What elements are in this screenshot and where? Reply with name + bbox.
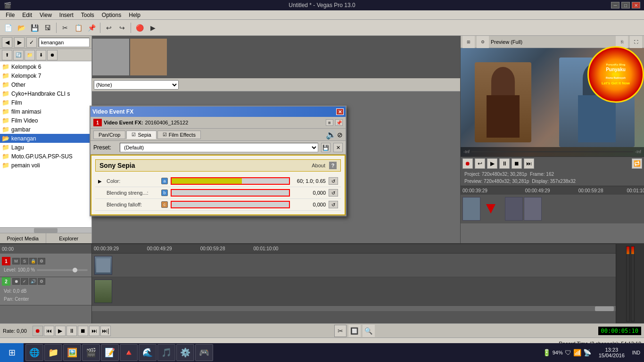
toolbar-preview[interactable]: ▶ xyxy=(147,22,159,34)
color-reset-btn[interactable]: ↺ xyxy=(329,177,338,185)
tree-item-pemain[interactable]: 📁 pemain voli xyxy=(0,161,91,170)
start-button[interactable]: ⊞ xyxy=(0,343,24,362)
preview-small[interactable]: ⊞ xyxy=(462,36,475,48)
select-tool[interactable]: 🔲 xyxy=(348,325,361,337)
close-button[interactable]: ✕ xyxy=(632,2,640,8)
track1-lock[interactable]: 🔒 xyxy=(29,258,37,264)
import[interactable]: ⬇ xyxy=(36,50,46,60)
taskbar-app9[interactable]: ⚙️ xyxy=(176,344,194,361)
zoom-tool[interactable]: 🔍 xyxy=(363,325,375,337)
transport-record[interactable]: ⏺ xyxy=(33,326,43,336)
taskbar-app10[interactable]: 🎮 xyxy=(195,344,213,361)
preview-rewind-btn[interactable]: ↩ xyxy=(475,158,485,169)
toolbar-save[interactable]: 💾 xyxy=(28,22,41,34)
toolbar-redo[interactable]: ↪ xyxy=(116,22,128,34)
menu-file[interactable]: File xyxy=(2,11,18,19)
record[interactable]: ⏺ xyxy=(47,50,58,60)
taskbar-app5[interactable]: 📝 xyxy=(101,344,119,361)
tree-item-lagu[interactable]: 📁 Lagu xyxy=(0,143,91,152)
menu-options[interactable]: Options xyxy=(98,11,125,19)
vfx-close-button[interactable]: ✕ xyxy=(336,108,344,115)
vfx-menu-btn[interactable]: ≡ xyxy=(326,119,333,126)
menu-edit[interactable]: Edit xyxy=(18,11,36,19)
taskbar-app6[interactable]: 🔺 xyxy=(120,344,138,361)
transport-play[interactable]: ▶ xyxy=(55,326,66,336)
vfx-bypass-icon[interactable]: ⊘ xyxy=(337,131,343,139)
tab-pan-crop[interactable]: Pan/Crop xyxy=(93,131,125,139)
preset-save-btn[interactable]: 💾 xyxy=(321,143,330,152)
track1-settings[interactable]: ⚙ xyxy=(38,258,45,264)
tree-item-filmanimasi[interactable]: 📁 film animasi xyxy=(0,107,91,116)
taskbar-ie[interactable]: 🌐 xyxy=(25,344,43,361)
toolbar-undo[interactable]: ↩ xyxy=(103,22,115,34)
toolbar-render[interactable]: 🔴 xyxy=(133,22,146,34)
menu-view[interactable]: View xyxy=(36,11,56,19)
taskbar-app7[interactable]: 🌊 xyxy=(139,344,157,361)
taskbar-photoshop[interactable]: 🖼️ xyxy=(63,344,81,361)
tab-project-media[interactable]: Project Media xyxy=(0,233,46,243)
blend-strength-slider[interactable] xyxy=(171,189,290,197)
video-clip[interactable] xyxy=(94,256,112,275)
menu-help[interactable]: Help xyxy=(125,11,144,19)
preview-record-btn[interactable]: ⏺ xyxy=(462,158,473,169)
blend-falloff-reset-btn[interactable]: ↺ xyxy=(329,201,338,208)
track2-solo[interactable]: ✓ xyxy=(21,278,28,285)
preview-loop-btn[interactable]: 🔁 xyxy=(632,158,642,169)
expand-color[interactable]: ▶ xyxy=(98,179,104,184)
tree-item-other[interactable]: 📁 Other xyxy=(0,80,91,89)
track2-mute[interactable]: ⏺ xyxy=(12,278,20,285)
preview-settings[interactable]: ⚙ xyxy=(477,36,489,48)
tab-sepia[interactable]: ☑ Sepia xyxy=(126,131,156,139)
menu-insert[interactable]: Insert xyxy=(56,11,77,19)
animate-blend-strength-btn[interactable]: b xyxy=(161,189,168,196)
tab-explorer[interactable]: Explorer xyxy=(46,233,92,243)
nav-forward[interactable]: ▶ xyxy=(14,37,25,48)
maximize-button[interactable]: □ xyxy=(621,2,630,8)
tree-item-film[interactable]: 📁 Film xyxy=(0,98,91,107)
tree-item-motogp[interactable]: 📁 Moto.GP.USA.PSP-SUS xyxy=(0,152,91,161)
minimize-button[interactable]: ─ xyxy=(611,2,619,8)
track1-mute[interactable]: M xyxy=(12,258,20,264)
preview-stop-btn[interactable]: ⏹ xyxy=(512,158,522,169)
transport-end[interactable]: ⏭| xyxy=(100,326,111,336)
folder-new[interactable]: 📁 xyxy=(25,50,35,60)
toolbar-new[interactable]: 📄 xyxy=(2,22,14,34)
preset-delete-btn[interactable]: ✕ xyxy=(333,143,343,152)
toolbar-save2[interactable]: 🖫 xyxy=(41,22,54,34)
vfx-audio-icon[interactable]: 🔊 xyxy=(326,130,336,140)
refresh[interactable]: 🔄 xyxy=(13,50,24,60)
help-button[interactable]: ? xyxy=(329,162,337,169)
edit-tool[interactable]: ✂ xyxy=(334,325,347,337)
vfx-pin-btn[interactable]: 📌 xyxy=(335,119,343,126)
animate-color-btn[interactable]: a xyxy=(161,178,168,184)
toolbar-paste[interactable]: 📌 xyxy=(85,22,98,34)
tree-item-gambar[interactable]: 📁 gambar xyxy=(0,125,91,134)
audio-clip[interactable] xyxy=(94,280,112,303)
nav-back[interactable]: ◀ xyxy=(2,37,12,48)
preview-fullscreen[interactable]: ⛶ xyxy=(630,36,642,48)
blend-falloff-slider[interactable] xyxy=(171,201,290,208)
tree-item-kelompok6[interactable]: 📁 Kelompok 6 xyxy=(0,62,91,71)
transport-pause[interactable]: ⏸ xyxy=(66,326,77,336)
animate-blend-falloff-btn[interactable]: c xyxy=(161,201,168,208)
track1-solo[interactable]: S xyxy=(21,258,28,264)
tree-item-kelompok7[interactable]: 📁 Kelompok 7 xyxy=(0,71,91,80)
taskbar-vegas[interactable]: 🎬 xyxy=(82,344,100,361)
tree-item-cyko[interactable]: 📁 Cyko+Handbrake CLI s xyxy=(0,89,91,98)
toolbar-cut[interactable]: ✂ xyxy=(59,22,71,34)
nav-check[interactable]: ✓ xyxy=(26,37,37,48)
toolbar-copy[interactable]: 📋 xyxy=(72,22,84,34)
toolbar-open[interactable]: 📂 xyxy=(15,22,27,34)
menu-tools[interactable]: Tools xyxy=(77,11,98,19)
preview-pause-btn[interactable]: ⏸ xyxy=(499,158,510,169)
tree-item-filmvideo[interactable]: 📁 Film Video xyxy=(0,116,91,125)
tree-item-kenangan[interactable]: 📂 kenangan xyxy=(0,134,91,143)
preview-ff-btn[interactable]: ⏭ xyxy=(524,158,534,169)
taskbar-explorer[interactable]: 📁 xyxy=(44,344,62,361)
blend-strength-reset-btn[interactable]: ↺ xyxy=(329,189,338,197)
tab-film-effects[interactable]: ☑ Film Effects xyxy=(157,131,201,139)
level-slider-1[interactable] xyxy=(37,269,88,271)
transport-ff[interactable]: ⏭ xyxy=(89,326,99,336)
taskbar-app8[interactable]: 🎵 xyxy=(157,344,175,361)
transport-rewind[interactable]: ⏮ xyxy=(44,326,54,336)
